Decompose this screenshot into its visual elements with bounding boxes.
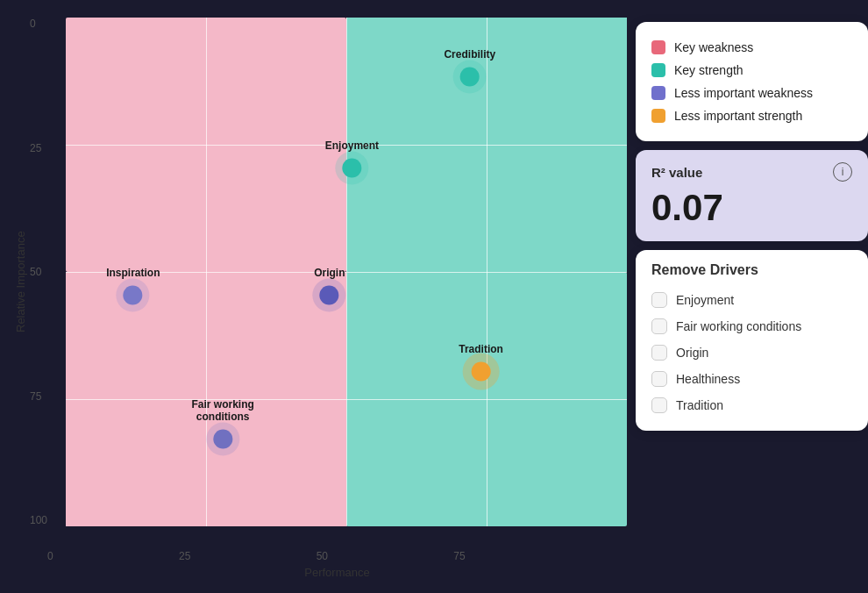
legend-card: Key weakness Key strength Less important…: [636, 22, 868, 141]
y-tick-25: 25: [30, 142, 47, 154]
driver-item-fair-working[interactable]: Fair working conditions: [651, 313, 852, 339]
driver-item-origin[interactable]: Origin: [651, 339, 852, 366]
r2-card: R² value i 0.07: [636, 150, 868, 241]
legend-dot-less-weakness: [651, 86, 665, 100]
y-tick-0: 0: [30, 18, 47, 30]
driver-label-healthiness: Healthiness: [676, 372, 740, 386]
info-symbol: i: [842, 166, 844, 178]
data-point-tradition: Tradition: [459, 343, 503, 384]
point-circle-fair_working[interactable]: [213, 430, 232, 449]
remove-drivers-title: Remove Drivers: [651, 262, 852, 278]
data-point-enjoyment: Enjoyment: [325, 139, 379, 181]
point-circle-origin[interactable]: [320, 286, 339, 305]
chart-wrapper: Relative Importance 100 75 50 25 0: [9, 18, 627, 579]
driver-item-healthiness[interactable]: Healthiness: [651, 366, 852, 392]
driver-checkbox-healthiness[interactable]: [651, 371, 667, 387]
driver-item-enjoyment[interactable]: Enjoyment: [651, 287, 852, 313]
driver-item-tradition[interactable]: Tradition: [651, 392, 852, 418]
y-ticks: 100 75 50 25 0: [30, 18, 47, 526]
r2-info-icon[interactable]: i: [833, 162, 852, 182]
driver-checkbox-origin[interactable]: [651, 345, 667, 361]
r2-header: R² value i: [651, 162, 852, 182]
legend-dot-key-strength: [651, 63, 665, 77]
y-tick-50: 50: [30, 266, 47, 278]
point-label-fair_working: Fair working conditions: [192, 398, 254, 423]
grid-line-h3: [66, 399, 627, 400]
r2-title: R² value: [651, 165, 702, 180]
point-circle-enjoyment[interactable]: [342, 159, 361, 178]
y-tick-100: 100: [30, 514, 47, 526]
point-label-origin: Origin: [314, 267, 345, 279]
legend-label-key-weakness: Key weakness: [674, 40, 753, 54]
y-axis-label: Relative Importance: [9, 18, 27, 547]
point-label-inspiration: Inspiration: [106, 267, 160, 279]
driver-checkbox-tradition[interactable]: [651, 397, 667, 413]
legend-label-less-weakness: Less important weakness: [674, 86, 813, 100]
legend-item-key-weakness: Key weakness: [651, 36, 852, 59]
plot-area: CredibilityEnjoymentInspirationOriginTra…: [66, 18, 627, 526]
data-point-inspiration: Inspiration: [106, 267, 160, 308]
legend-item-key-strength: Key strength: [651, 59, 852, 82]
data-point-credibility: Credibility: [444, 48, 495, 89]
driver-label-tradition: Tradition: [676, 398, 723, 412]
remove-drivers-card: Remove Drivers Enjoyment Fair working co…: [636, 250, 868, 431]
x-ticks: 0 25 50 75 100: [47, 547, 608, 564]
chart-area: Relative Importance 100 75 50 25 0: [9, 18, 627, 547]
x-tick-25: 25: [179, 550, 190, 562]
legend-dot-key-weakness: [651, 40, 665, 54]
data-point-fair_working: Fair working conditions: [192, 398, 254, 452]
r2-value: 0.07: [651, 187, 852, 229]
legend-item-less-weakness: Less important weakness: [651, 82, 852, 104]
x-tick-75: 75: [453, 550, 465, 562]
driver-label-origin: Origin: [676, 346, 708, 360]
point-circle-inspiration[interactable]: [124, 286, 143, 305]
driver-label-fair-working: Fair working conditions: [676, 319, 801, 333]
y-tick-75: 75: [30, 390, 47, 403]
legend-item-less-strength: Less important strength: [651, 104, 852, 127]
point-label-enjoyment: Enjoyment: [325, 139, 379, 152]
main-container: Relative Importance 100 75 50 25 0: [0, 0, 868, 593]
x-axis-label: Performance: [47, 566, 627, 579]
driver-checkbox-fair-working[interactable]: [651, 318, 667, 334]
legend-label-key-strength: Key strength: [674, 63, 743, 77]
driver-label-enjoyment: Enjoyment: [676, 293, 734, 307]
right-panel: Key weakness Key strength Less important…: [636, 18, 868, 431]
point-label-credibility: Credibility: [444, 48, 495, 61]
x-tick-50: 50: [317, 550, 328, 562]
x-tick-0: 0: [47, 550, 53, 562]
data-point-origin: Origin: [314, 267, 345, 308]
driver-checkbox-enjoyment[interactable]: [651, 292, 667, 308]
legend-label-less-strength: Less important strength: [674, 109, 802, 123]
legend-dot-less-strength: [651, 109, 665, 123]
